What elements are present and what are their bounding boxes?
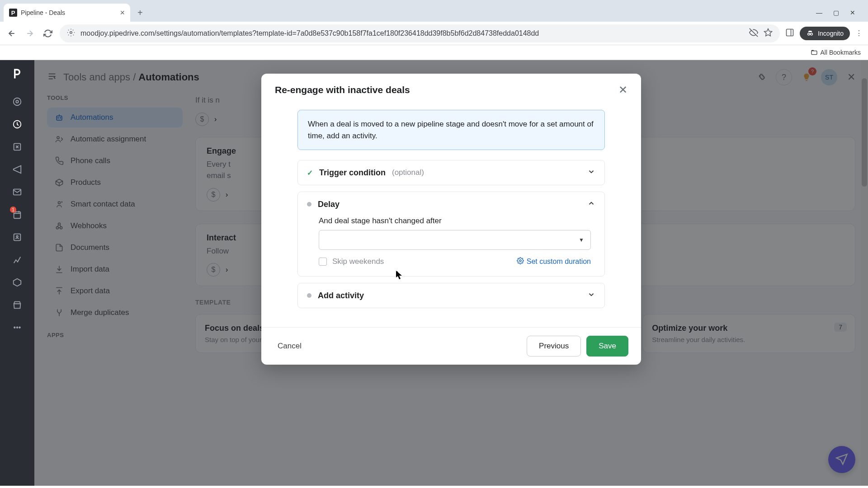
modal-overlay: Re-engage with inactive deals ✕ When a d…	[34, 60, 868, 486]
caret-down-icon: ▼	[579, 237, 584, 243]
minimize-icon[interactable]: —	[816, 9, 822, 16]
status-dot-icon	[307, 293, 311, 298]
skip-weekends-label: Skip weekends	[332, 257, 384, 266]
previous-button[interactable]: Previous	[527, 336, 581, 357]
section-trigger-header[interactable]: ✓ Trigger condition (optional)	[298, 160, 604, 185]
rail-campaigns-icon[interactable]	[7, 160, 27, 179]
rail-projects-icon[interactable]	[7, 137, 27, 157]
forward-button[interactable]	[24, 27, 36, 40]
gear-icon	[517, 257, 524, 266]
section-add-activity-header[interactable]: Add activity	[298, 283, 604, 308]
modal-footer: Cancel Previous Save	[261, 327, 641, 365]
rail-mail-icon[interactable]	[7, 182, 27, 202]
maximize-icon[interactable]: ▢	[833, 9, 839, 16]
svg-marker-1	[764, 28, 772, 36]
section-delay: Delay And deal stage hasn't changed afte…	[297, 192, 605, 277]
svg-rect-11	[14, 212, 21, 219]
app-container: 1 ••• Tools and apps / Automations ?	[0, 60, 868, 486]
svg-point-13	[16, 235, 18, 237]
all-bookmarks-link[interactable]: All Bookmarks	[811, 49, 861, 56]
close-window-icon[interactable]: ✕	[850, 9, 855, 16]
new-tab-button[interactable]: +	[132, 8, 148, 18]
reload-button[interactable]	[42, 27, 54, 40]
svg-point-7	[16, 100, 19, 103]
app-rail: 1 •••	[0, 60, 34, 486]
app-main: Tools and apps / Automations ? ? ST ✕ TO…	[34, 60, 868, 486]
automation-modal: Re-engage with inactive deals ✕ When a d…	[261, 74, 641, 365]
rail-contacts-icon[interactable]	[7, 227, 27, 247]
save-button[interactable]: Save	[586, 336, 628, 357]
bookmark-star-icon[interactable]	[764, 28, 773, 39]
chevron-up-icon	[587, 199, 595, 209]
tab-close-icon[interactable]: ×	[120, 8, 125, 18]
cancel-button[interactable]: Cancel	[274, 337, 305, 355]
browser-chrome: P Pipeline - Deals × + — ▢ ✕ moodjoy.pip…	[0, 0, 868, 60]
check-icon: ✓	[307, 169, 313, 177]
rail-more-icon[interactable]: •••	[7, 318, 27, 338]
svg-point-22	[519, 260, 521, 262]
incognito-label: Incognito	[818, 30, 844, 37]
section-add-activity: Add activity	[297, 283, 605, 308]
svg-point-0	[70, 31, 72, 33]
toolbar-right: Incognito ⋮	[785, 27, 863, 40]
modal-body: When a deal is moved to a new pipeline s…	[261, 106, 641, 327]
site-settings-icon[interactable]	[67, 28, 75, 38]
section-title: Trigger condition	[319, 168, 386, 178]
app-logo[interactable]	[8, 65, 26, 83]
section-title: Delay	[318, 200, 340, 209]
modal-close-icon[interactable]: ✕	[618, 84, 627, 96]
skip-weekends-checkbox[interactable]	[319, 258, 327, 266]
modal-header: Re-engage with inactive deals ✕	[261, 74, 641, 106]
rail-badge: 1	[10, 206, 16, 213]
section-delay-body: And deal stage hasn't changed after ▼ Sk…	[298, 216, 604, 276]
section-delay-header[interactable]: Delay	[298, 192, 604, 216]
svg-point-6	[14, 98, 21, 106]
rail-activities-icon[interactable]: 1	[7, 205, 27, 225]
incognito-badge[interactable]: Incognito	[800, 27, 850, 40]
delay-duration-select[interactable]: ▼	[319, 230, 591, 250]
section-title: Add activity	[318, 291, 364, 300]
skip-weekends-row: Skip weekends Set custom duration	[319, 257, 591, 266]
window-controls: — ▢ ✕	[816, 9, 864, 16]
browser-tab[interactable]: P Pipeline - Deals ×	[4, 4, 130, 22]
tab-title: Pipeline - Deals	[21, 9, 116, 16]
delay-field-label: And deal stage hasn't changed after	[319, 216, 591, 225]
svg-rect-2	[787, 29, 793, 36]
tab-bar: P Pipeline - Deals × + — ▢ ✕	[0, 0, 868, 22]
address-bar[interactable]: moodjoy.pipedrive.com/settings/automatio…	[60, 24, 780, 42]
rail-home-icon[interactable]	[7, 92, 27, 112]
chevron-down-icon	[587, 291, 595, 300]
modal-title: Re-engage with inactive deals	[275, 84, 410, 95]
set-custom-duration-link[interactable]: Set custom duration	[517, 257, 591, 266]
eye-off-icon[interactable]	[749, 28, 758, 39]
chevron-down-icon	[587, 168, 595, 178]
rail-deals-icon[interactable]	[7, 114, 27, 134]
section-optional-label: (optional)	[392, 168, 424, 177]
browser-toolbar: moodjoy.pipedrive.com/settings/automatio…	[0, 22, 868, 45]
svg-point-5	[811, 33, 813, 35]
url-text: moodjoy.pipedrive.com/settings/automatio…	[80, 29, 744, 38]
side-panel-icon[interactable]	[785, 28, 794, 39]
svg-point-4	[808, 33, 810, 35]
back-button[interactable]	[5, 27, 18, 40]
all-bookmarks-label: All Bookmarks	[821, 49, 861, 56]
rail-insights-icon[interactable]	[7, 250, 27, 270]
browser-menu-icon[interactable]: ⋮	[855, 29, 863, 38]
tab-favicon: P	[9, 9, 17, 17]
bookmarks-bar: All Bookmarks	[0, 45, 868, 60]
custom-duration-label: Set custom duration	[527, 258, 591, 266]
modal-info-box: When a deal is moved to a new pipeline s…	[297, 110, 605, 150]
status-dot-icon	[307, 202, 311, 206]
rail-products-icon[interactable]	[7, 272, 27, 292]
rail-marketplace-icon[interactable]	[7, 295, 27, 315]
section-trigger: ✓ Trigger condition (optional)	[297, 160, 605, 185]
